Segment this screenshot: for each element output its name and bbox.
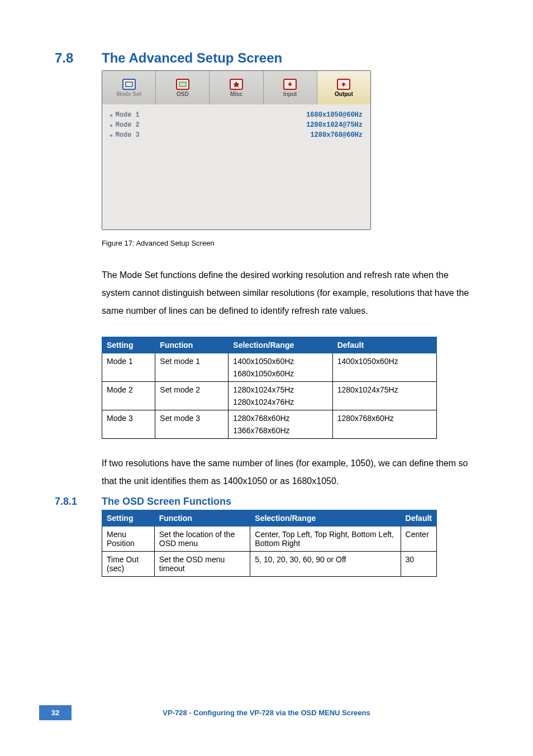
- page-footer: 32 VP-728 - Configuring the VP-728 via t…: [0, 705, 533, 720]
- subsection-title: The OSD Screen Functions: [102, 496, 231, 508]
- paragraph-mode-set: The Mode Set functions define the desire…: [102, 266, 478, 320]
- cell-range: 5, 10, 20, 30, 60, 90 or Off: [250, 552, 401, 577]
- mode-label: Mode 3: [110, 131, 140, 139]
- misc-icon: [230, 79, 243, 90]
- cell-range: 1280x768x60Hz: [229, 410, 332, 427]
- th-setting: Setting: [102, 337, 155, 353]
- cell-empty: [102, 398, 155, 410]
- cell-range: Center, Top Left, Top Right, Bottom Left…: [250, 527, 401, 552]
- table-row: Mode 3 Set mode 3 1280x768x60Hz 1280x768…: [102, 410, 437, 427]
- tab-mode-set: Mode Set: [102, 71, 156, 104]
- svg-rect-0: [126, 82, 132, 87]
- paragraph-resolutions: If two resolutions have the same number …: [102, 454, 478, 490]
- svg-rect-1: [179, 82, 186, 87]
- mode-settings-table: Setting Function Selection/Range Default…: [102, 337, 437, 439]
- cell-range: 1400x1050x60Hz: [229, 353, 332, 370]
- cell-default: 1280x1024x75Hz: [332, 382, 436, 398]
- cell-empty: [155, 398, 229, 410]
- cell-function: Set the location of the OSD menu: [154, 527, 250, 552]
- th-setting: Setting: [102, 510, 155, 527]
- footer-text: VP-728 - Configuring the VP-728 via the …: [72, 709, 461, 717]
- subsection-number: 7.8.1: [55, 496, 102, 508]
- th-function: Function: [155, 337, 229, 353]
- cell-empty: [102, 369, 155, 382]
- folder-icon: [122, 79, 136, 90]
- cell-default: 1400x1050x60Hz: [332, 353, 436, 370]
- cell-default: 30: [401, 552, 436, 577]
- table-row: 1366x768x60Hz: [102, 426, 437, 439]
- screenshot-tabbar: Mode Set OSD Misc Input Output: [102, 71, 370, 104]
- mode-row: Mode 3 1280x768@60Hz: [110, 130, 363, 140]
- table-row: 1680x1050x60Hz: [102, 369, 437, 382]
- cell-empty: [332, 398, 436, 410]
- mode-label: Mode 2: [110, 121, 140, 129]
- table-row: Mode 2 Set mode 2 1280x1024x75Hz 1280x10…: [102, 382, 437, 398]
- th-default: Default: [401, 510, 436, 527]
- mode-value: 1680x1050@60Hz: [306, 111, 363, 119]
- table-row: Menu Position Set the location of the OS…: [102, 527, 437, 552]
- tab-output: Output: [317, 71, 370, 104]
- table-row: 1280x1024x76Hz: [102, 398, 437, 410]
- tab-osd: OSD: [156, 71, 210, 104]
- mode-row: Mode 1 1680x1050@60Hz: [110, 110, 363, 120]
- cell-empty: [102, 426, 155, 439]
- cell-function: Set mode 2: [155, 382, 229, 398]
- tab-input: Input: [264, 71, 317, 104]
- cell-empty: [155, 426, 229, 439]
- cell-function: Set mode 3: [155, 410, 229, 427]
- figure-caption: Figure 17: Advanced Setup Screen: [102, 239, 478, 247]
- cell-setting: Mode 1: [102, 353, 155, 370]
- table-row: Time Out (sec) Set the OSD menu timeout …: [102, 552, 437, 577]
- th-default: Default: [332, 337, 436, 353]
- mode-row: Mode 2 1280x1024@75Hz: [110, 120, 363, 130]
- cell-function: Set the OSD menu timeout: [154, 552, 250, 577]
- tab-label: Output: [335, 91, 353, 97]
- output-icon: [337, 79, 350, 90]
- cell-function: Set mode 1: [155, 353, 229, 370]
- screenshot-mode-list: Mode 1 1680x1050@60Hz Mode 2 1280x1024@7…: [102, 104, 370, 229]
- section-number: 7.8: [55, 50, 102, 66]
- mode-value: 1280x768@60Hz: [310, 131, 363, 139]
- cell-empty: [155, 369, 229, 382]
- cell-setting: Mode 3: [102, 410, 155, 427]
- th-range: Selection/Range: [250, 510, 401, 527]
- cell-default: 1280x768x60Hz: [332, 410, 436, 427]
- page-number: 32: [39, 705, 72, 720]
- cell-setting: Menu Position: [102, 527, 155, 552]
- mode-label: Mode 1: [110, 111, 140, 119]
- osd-settings-table: Setting Function Selection/Range Default…: [102, 510, 437, 577]
- osd-icon: [176, 79, 189, 90]
- table-row: Mode 1 Set mode 1 1400x1050x60Hz 1400x10…: [102, 353, 437, 370]
- cell-empty: [332, 426, 436, 439]
- tab-label: Misc: [230, 91, 242, 97]
- cell-setting: Mode 2: [102, 382, 155, 398]
- cell-range: 1280x1024x76Hz: [229, 398, 332, 410]
- cell-default: Center: [401, 527, 436, 552]
- cell-setting: Time Out (sec): [102, 552, 155, 577]
- mode-value: 1280x1024@75Hz: [306, 121, 363, 129]
- input-icon: [283, 79, 297, 90]
- tab-label: Mode Set: [116, 91, 141, 97]
- cell-range: 1680x1050x60Hz: [229, 369, 332, 382]
- cell-range: 1280x1024x75Hz: [229, 382, 332, 398]
- th-function: Function: [154, 510, 250, 527]
- th-range: Selection/Range: [229, 337, 332, 353]
- cell-empty: [332, 369, 436, 382]
- section-title: The Advanced Setup Screen: [102, 50, 282, 66]
- cell-range: 1366x768x60Hz: [229, 426, 332, 439]
- tab-misc: Misc: [210, 71, 263, 104]
- tab-label: OSD: [177, 91, 189, 97]
- screenshot-advanced-setup: Mode Set OSD Misc Input Output: [102, 70, 371, 230]
- tab-label: Input: [283, 91, 297, 97]
